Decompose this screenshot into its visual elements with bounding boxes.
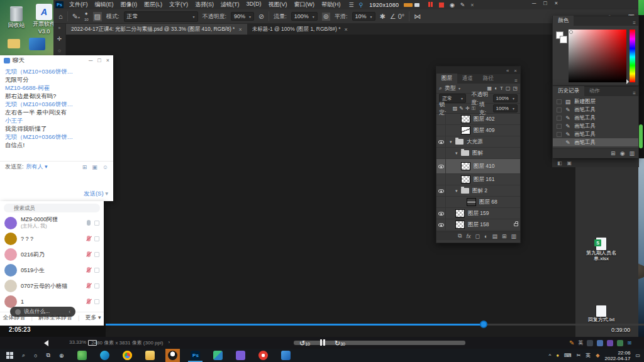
filter-type-icon[interactable]: T (500, 85, 503, 91)
layer-row[interactable]: ▾ 图层 402 (436, 114, 520, 125)
menu-item[interactable]: 文字(Y) (166, 0, 191, 9)
document-tab[interactable]: 未标题-1 @ 100% (图层 1, RGB/8#) * × (247, 24, 353, 35)
window-maximize-button[interactable]: □ (543, 0, 547, 6)
history-step[interactable]: 画笔工具 (553, 114, 638, 122)
tray-link-icon[interactable]: ✂ (577, 353, 581, 358)
more-button[interactable]: 更多 ▾ (85, 314, 101, 322)
magnifier-icon[interactable]: ⊕ (59, 353, 64, 359)
cortana-icon[interactable]: ○ (34, 353, 37, 359)
video-progress-handle[interactable] (480, 321, 487, 328)
taskbar-clock[interactable]: 22:062022-04-17 (605, 350, 631, 361)
move-tool-icon[interactable]: ✛ (57, 36, 62, 42)
panel-menu-icon[interactable]: ≡ (630, 90, 638, 96)
paths-tab[interactable]: 路径 (478, 74, 499, 84)
panel-collapse-icon[interactable]: « (506, 68, 509, 74)
tray-ime-icon[interactable]: ⌨ (564, 353, 572, 358)
layer-row[interactable]: ▾ 图层 409 (436, 125, 520, 136)
tray-expand-icon[interactable]: ^ (549, 353, 552, 358)
tray-icon-fox[interactable]: ◆ (596, 353, 599, 358)
group-expand-icon[interactable]: ▾ (455, 151, 461, 156)
layer-style-icon[interactable]: fx (466, 233, 470, 239)
layer-mask-icon[interactable]: ◻ (475, 233, 480, 239)
menu-item[interactable]: 图层(L) (141, 0, 165, 9)
color-panel-tab[interactable]: 颜色 (553, 16, 574, 26)
menu-item[interactable]: 图像(I) (118, 0, 141, 9)
member-row[interactable]: MZ9-0000阿狸(主持人, 我) (0, 215, 104, 231)
history-step[interactable]: 画笔工具 (553, 130, 638, 138)
lock-all-icon[interactable]: ⚿ (472, 106, 475, 112)
toolbar-collapse-icon[interactable]: » (58, 26, 61, 30)
new-layer-icon[interactable]: ⊞ (502, 233, 507, 239)
rewind-10-button[interactable]: ↺10 (299, 339, 310, 348)
history-step[interactable]: 新建图层 (553, 97, 638, 106)
menu-item[interactable]: 帮助(H) (318, 0, 344, 9)
layer-visibility-cell[interactable] (436, 185, 446, 196)
symmetry-icon[interactable]: ⋈ (414, 13, 421, 21)
member-row[interactable]: ? ? ? (0, 231, 104, 246)
taskbar-search-icon[interactable]: ⌕ (22, 352, 25, 359)
layer-opacity-select[interactable]: 100%▾ (493, 94, 518, 102)
zoom-level[interactable]: 33.33% (69, 339, 86, 346)
dock-collapse-bar[interactable]: ◧▣ (552, 158, 639, 167)
image-icon[interactable]: ▣ (92, 164, 97, 170)
task-view-icon[interactable]: ⧉ (46, 352, 50, 359)
history-source-checkbox[interactable] (557, 140, 562, 145)
chat-close-button[interactable]: × (106, 57, 109, 63)
filter-shape-icon[interactable]: ▢ (506, 85, 511, 91)
volume-icon[interactable] (44, 340, 48, 346)
lock-move-icon[interactable]: ✛ (465, 106, 470, 112)
layer-row[interactable]: ▾ 图层 161 (436, 174, 520, 185)
history-source-checkbox[interactable] (557, 107, 562, 112)
member-more-icon[interactable] (94, 221, 99, 226)
layer-row[interactable]: ▾ 图解 (436, 148, 520, 159)
taskbar-app-blue[interactable] (279, 349, 293, 362)
window-minimize-button[interactable]: ─ (532, 0, 536, 6)
filter-search-icon[interactable]: ⌕ (439, 85, 442, 92)
opacity-select[interactable]: 90%▾ (231, 12, 254, 21)
desktop-app-icon[interactable] (29, 38, 45, 50)
filter-smartobj-icon[interactable]: ◳ (513, 85, 518, 91)
taskbar-app-purple[interactable] (233, 349, 248, 362)
pressure-opacity-icon[interactable]: ⊘ (258, 13, 264, 21)
menu-item[interactable]: 文件(F) (66, 0, 91, 9)
taskbar-app-edge[interactable] (97, 349, 112, 362)
tray-language-indicator[interactable]: 英 (586, 352, 591, 359)
member-more-icon[interactable] (94, 268, 99, 273)
panel-menu-icon[interactable]: ≡ (512, 78, 520, 84)
airbrush-icon[interactable]: ⊚ (322, 13, 330, 21)
annotation-pen-icon[interactable]: ✎ (569, 339, 574, 346)
hue-slider[interactable] (630, 30, 635, 82)
annotation-tool-icon[interactable] (607, 340, 613, 346)
mic-muted-icon[interactable] (87, 283, 91, 288)
chat-minimize-button[interactable]: ─ (89, 57, 92, 63)
delete-layer-icon[interactable]: ▥ (511, 233, 516, 239)
delete-state-icon[interactable]: ▥ (629, 150, 635, 156)
screenshot-camera-icon[interactable]: ◉ (450, 2, 455, 8)
menu-item[interactable]: 编辑(E) (92, 0, 117, 9)
pause-button[interactable] (319, 339, 326, 347)
layer-visibility-cell[interactable] (436, 208, 446, 219)
marquee-tool-icon[interactable]: ◌ (58, 48, 61, 53)
record-stop-button[interactable] (439, 3, 444, 8)
panel-close-icon[interactable]: × (514, 68, 517, 74)
member-row[interactable]: 0707云母的小糖猫 (0, 278, 104, 293)
layer-fill-select[interactable]: 100%▾ (493, 104, 518, 112)
record-pause-button[interactable] (428, 2, 433, 8)
annotation-tool-icon[interactable] (597, 340, 603, 346)
annotation-grid-icon[interactable]: ⊞ (627, 340, 631, 346)
layer-row[interactable]: ▾ 图层 68 (436, 197, 520, 208)
desktop-icon-recycle-bin[interactable]: 回收站 (5, 6, 28, 30)
panel-menu-icon[interactable]: ≡ (630, 20, 638, 26)
taskbar-app-photoshop[interactable]: Ps (188, 349, 203, 362)
mic-muted-icon[interactable] (87, 236, 91, 241)
desktop-file-txt[interactable]: 回复方式.txt (584, 305, 619, 322)
actions-panel-tab[interactable]: 动作 (584, 86, 605, 96)
foreground-background-swatches[interactable] (556, 31, 567, 43)
annotation-tool-icon[interactable] (617, 340, 623, 346)
layer-row[interactable]: ▾ 图层 159 (436, 208, 520, 219)
forward-30-button[interactable]: ↻30 (335, 339, 345, 348)
send-button[interactable]: 发送(S) ▾ (84, 190, 108, 198)
annotate-pen-icon[interactable]: ✎ (460, 2, 465, 8)
layer-visibility-cell[interactable] (436, 136, 446, 147)
menu-item[interactable]: 滤镜(T) (218, 0, 243, 9)
